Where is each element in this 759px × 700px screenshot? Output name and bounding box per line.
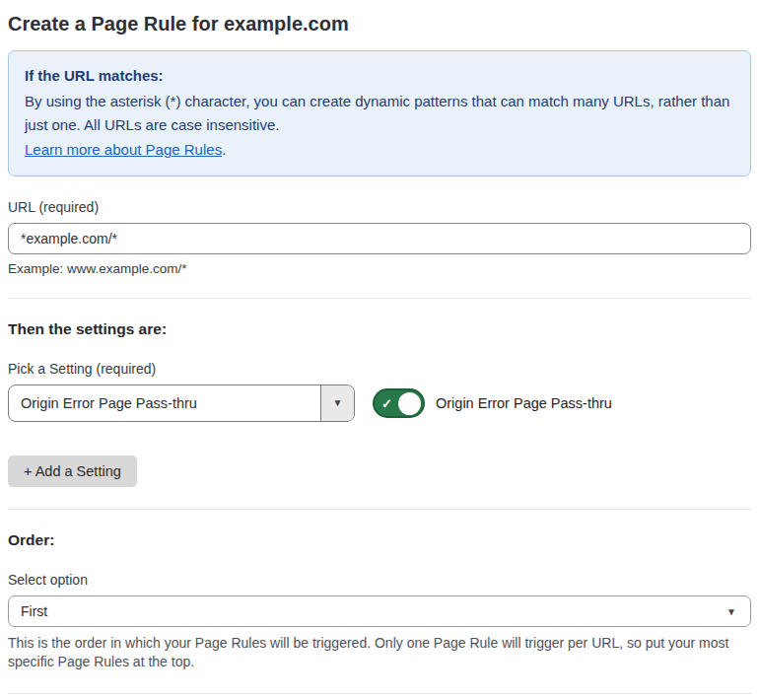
setting-picker-dropdown[interactable]: Origin Error Page Pass-thru ▼ xyxy=(8,385,355,422)
chevron-down-icon: ▼ xyxy=(726,606,736,617)
setting-picker-dropdown-button[interactable]: ▼ xyxy=(320,385,354,421)
toggle-knob xyxy=(398,392,421,415)
settings-section-heading: Then the settings are: xyxy=(8,320,751,338)
chevron-down-icon: ▼ xyxy=(333,398,343,408)
pick-setting-label: Pick a Setting (required) xyxy=(8,361,751,377)
url-match-info-box: If the URL matches: By using the asteris… xyxy=(8,50,751,176)
info-box-body: By using the asterisk (*) character, you… xyxy=(25,90,734,137)
divider xyxy=(8,298,751,299)
info-box-link-line: Learn more about Page Rules. xyxy=(25,138,734,162)
divider xyxy=(8,693,751,694)
url-field-label: URL (required) xyxy=(8,199,751,215)
link-suffix: . xyxy=(222,141,226,158)
info-box-heading: If the URL matches: xyxy=(25,64,734,88)
url-input[interactable] xyxy=(8,223,751,254)
learn-more-link[interactable]: Learn more about Page Rules xyxy=(25,141,222,158)
page-title: Create a Page Rule for example.com xyxy=(8,10,751,37)
order-help-text: This is the order in which your Page Rul… xyxy=(8,634,745,671)
toggle-label: Origin Error Page Pass-thru xyxy=(436,395,612,411)
order-section-heading: Order: xyxy=(8,531,751,549)
setting-picker-row: Origin Error Page Pass-thru ▼ ✓ Origin E… xyxy=(8,385,751,422)
setting-picker-value: Origin Error Page Pass-thru xyxy=(9,385,320,421)
order-select[interactable]: First ▼ xyxy=(8,595,751,627)
origin-error-toggle[interactable]: ✓ xyxy=(373,388,425,418)
add-setting-button[interactable]: + Add a Setting xyxy=(8,455,137,487)
order-select-value: First xyxy=(21,603,47,619)
toggle-check-icon: ✓ xyxy=(381,397,392,410)
divider xyxy=(8,509,751,510)
page-rule-form: Create a Page Rule for example.com If th… xyxy=(0,0,759,700)
url-field-example: Example: www.example.com/* xyxy=(8,261,751,276)
order-select-label: Select option xyxy=(8,572,751,588)
